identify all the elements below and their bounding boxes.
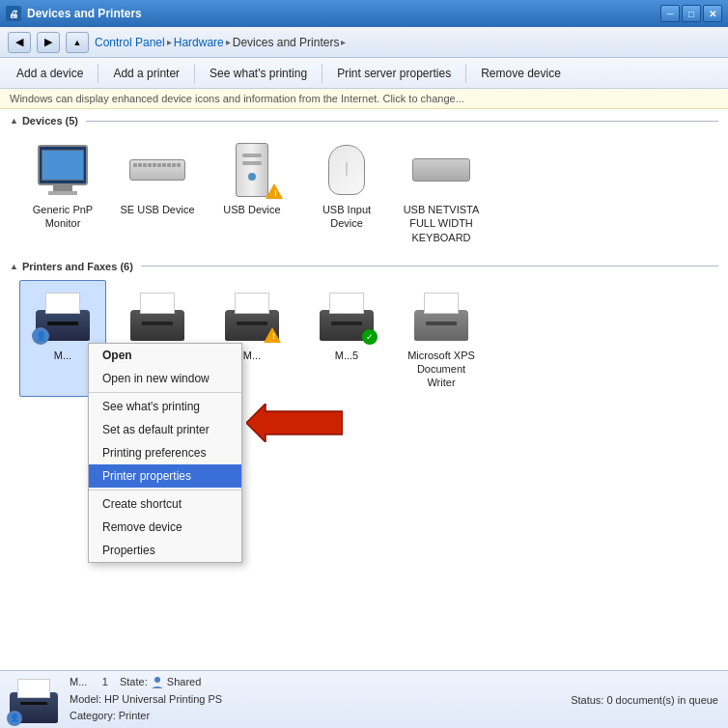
device-monitor[interactable]: Generic PnP Monitor [19, 134, 106, 251]
ctx-properties[interactable]: Properties [89, 539, 241, 562]
user-badge-icon: 👤 [32, 327, 49, 345]
toolbar-separator [465, 64, 466, 83]
status-bar: 👤 M... 1 State: Shared Model: HP Univers… [0, 670, 728, 728]
devices-arrow-icon: ▲ [10, 116, 18, 126]
device-tower-label: USB Device [223, 203, 280, 216]
ctx-open[interactable]: Open [89, 344, 241, 367]
devices-grid: Generic PnP Monitor [0, 130, 728, 255]
key [177, 163, 181, 167]
ctx-separator [89, 392, 241, 393]
monitor-icon [34, 141, 92, 199]
warning-exclamation: ! [274, 188, 277, 198]
devices-section-title: Devices (5) [22, 115, 78, 126]
device-big-keyboard[interactable]: USB NETVISTA FULL WIDTH KEYBOARD [398, 134, 485, 251]
ctx-remove-device[interactable]: Remove device [89, 516, 241, 539]
device-keyboard-label: SE USB Device [120, 203, 194, 216]
printer-xps-body [414, 310, 468, 341]
context-menu: Open Open in new window See what's print… [88, 343, 242, 563]
status-model: Model: HP Universal Printing PS [70, 691, 222, 709]
add-printer-button[interactable]: Add a printer [104, 62, 188, 85]
sep: ▸ [341, 37, 346, 47]
print-server-properties-button[interactable]: Print server properties [328, 62, 460, 85]
svg-point-1 [154, 677, 160, 683]
printer-slot-2 [142, 322, 173, 325]
keyboard-icon [128, 141, 186, 199]
key [148, 163, 152, 167]
minimize-button[interactable]: ─ [660, 5, 680, 22]
status-doc-count: 1 [102, 676, 108, 687]
key [172, 163, 176, 167]
up-button[interactable]: ▲ [66, 32, 89, 53]
tower-slot [242, 161, 262, 165]
sep: ▸ [226, 37, 231, 47]
printers-section-title: Printers and Faxes (6) [22, 261, 133, 272]
key [153, 163, 156, 167]
mouse-divider [347, 162, 348, 176]
section-divider [86, 121, 718, 122]
ctx-printing-prefs[interactable]: Printing preferences [89, 441, 241, 464]
monitor-base [48, 191, 77, 195]
sep: ▸ [167, 37, 172, 47]
close-button[interactable]: ✕ [703, 5, 722, 22]
status-info: M... 1 State: Shared Model: HP Universal… [70, 674, 222, 725]
tower-icon: ! [223, 141, 281, 199]
info-text: Windows can display enhanced device icon… [10, 93, 464, 104]
device-keyboard[interactable]: SE USB Device [114, 134, 201, 251]
printer-xps-paper [424, 293, 459, 314]
maximize-button[interactable]: □ [682, 5, 701, 22]
add-device-button[interactable]: Add a device [8, 62, 92, 85]
status-state: Shared [167, 676, 201, 687]
printer-3-icon: ! [223, 287, 281, 345]
key [133, 163, 137, 167]
shared-icon [151, 676, 164, 689]
device-big-keyboard-label: USB NETVISTA FULL WIDTH KEYBOARD [403, 203, 480, 244]
mouse-shape [328, 145, 365, 195]
back-button[interactable]: ◀ [8, 32, 31, 53]
printers-arrow-icon: ▲ [10, 262, 18, 271]
app-icon: 🖨 [6, 6, 21, 21]
printer-item-4[interactable]: ✓ M...5 [303, 280, 390, 397]
breadcrumb: Control Panel ▸ Hardware ▸ Devices and P… [95, 36, 346, 49]
printers-section-header: ▲ Printers and Faxes (6) [0, 255, 728, 276]
printer-xps[interactable]: Microsoft XPS Document Writer [398, 280, 485, 397]
printer-xps-slot [426, 322, 457, 325]
device-mouse[interactable]: USB Input Device [303, 134, 390, 251]
ctx-see-printing[interactable]: See what's printing [89, 395, 241, 418]
printer-slot-4 [331, 322, 362, 325]
context-arrow [246, 404, 343, 445]
ctx-set-default[interactable]: Set as default printer [89, 418, 241, 441]
toolbar-separator [194, 64, 195, 83]
ctx-separator-2 [89, 490, 241, 490]
printer-slot [47, 322, 78, 325]
breadcrumb-part[interactable]: Hardware [174, 36, 224, 49]
window-title: Devices and Printers [27, 7, 142, 20]
monitor-shape [38, 145, 88, 185]
status-printer-name: M... [70, 676, 87, 687]
section-divider [141, 266, 718, 266]
printer-slot-3 [237, 322, 267, 325]
status-printer-slot [20, 702, 47, 705]
printer-paper-4 [329, 293, 364, 314]
ctx-create-shortcut[interactable]: Create shortcut [89, 492, 241, 516]
ctx-printer-properties[interactable]: Printer properties [89, 464, 241, 488]
device-monitor-label: Generic PnP Monitor [24, 203, 101, 231]
device-tower[interactable]: ! USB Device [209, 134, 295, 251]
ctx-open-new-window[interactable]: Open in new window [89, 367, 241, 390]
svg-marker-0 [246, 404, 343, 442]
printer-xps-icon [412, 287, 470, 345]
tower-shape [236, 143, 268, 197]
title-bar: 🖨 Devices and Printers ─ □ ✕ [0, 0, 728, 27]
key [157, 163, 161, 167]
status-printer-paper [17, 679, 50, 698]
forward-button[interactable]: ▶ [37, 32, 60, 53]
key [143, 163, 147, 167]
status-user-badge-icon: 👤 [7, 711, 22, 726]
breadcrumb-part: Devices and Printers [233, 36, 340, 49]
remove-device-button[interactable]: Remove device [472, 62, 570, 85]
key [167, 163, 171, 167]
printer-paper [45, 293, 80, 314]
breadcrumb-part[interactable]: Control Panel [95, 36, 165, 49]
address-bar: ◀ ▶ ▲ Control Panel ▸ Hardware ▸ Devices… [0, 27, 728, 58]
see-whats-printing-button[interactable]: See what's printing [201, 62, 316, 85]
devices-section-header: ▲ Devices (5) [0, 109, 728, 130]
